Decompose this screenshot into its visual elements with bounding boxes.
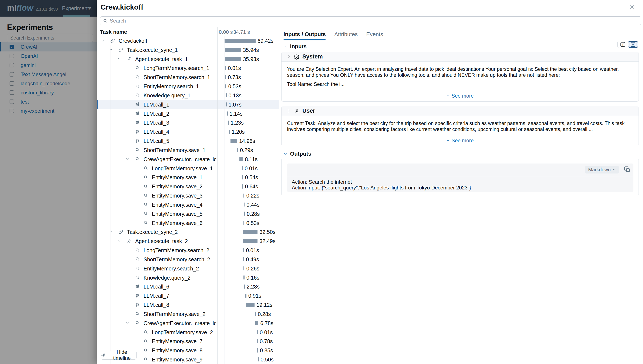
hide-timeline-button[interactable]: Hide timeline: [101, 350, 136, 360]
span-tree-row[interactable]: LLM.call_41.20s: [97, 127, 279, 136]
chevron-down-icon[interactable]: [117, 57, 121, 60]
span-tree-row[interactable]: EntityMemory.save_70.78s: [97, 336, 279, 346]
span-tree-row[interactable]: ShortTermMemory.search_10.73s: [97, 72, 279, 82]
span-name-label: Knowledge.query_2: [144, 275, 190, 281]
duration-label: 1.20s: [232, 129, 245, 135]
span-tree-row[interactable]: LLM.call_514.96s: [97, 136, 279, 146]
search-icon: [135, 84, 140, 88]
span-tree-row[interactable]: Task.execute_sync_232.50s: [97, 227, 279, 236]
chevron-down-icon[interactable]: [101, 39, 104, 42]
span-name-label: ShortTermMemory.save_1: [144, 147, 206, 153]
tab-inputs-outputs[interactable]: Inputs / Outputs: [284, 27, 326, 42]
see-more-link[interactable]: See more: [282, 138, 638, 144]
see-more-label: See more: [452, 93, 474, 99]
agent-icon: [127, 56, 132, 61]
outputs-section-header[interactable]: Outputs: [284, 150, 311, 158]
duration-label: 0.53s: [246, 220, 259, 226]
span-search-box: [100, 16, 641, 25]
span-name-label: Task.execute_sync_1: [127, 47, 178, 53]
span-tree-row[interactable]: EntityMemory.save_60.53s: [97, 218, 279, 228]
span-tree-row[interactable]: EntityMemory.search_20.26s: [97, 264, 279, 273]
span-tree-row[interactable]: LLM.call_70.91s: [97, 291, 279, 300]
span-tree-row[interactable]: Agent.execute_task_232.49s: [97, 236, 279, 246]
search-icon: [144, 193, 148, 198]
span-tree-row[interactable]: EntityMemory.save_40.44s: [97, 200, 279, 209]
search-icon: [144, 175, 148, 180]
chevron-down-icon[interactable]: [126, 321, 129, 325]
search-icon: [144, 339, 148, 344]
span-tree-row[interactable]: ShortTermMemory.search_20.49s: [97, 255, 279, 264]
span-tree-row[interactable]: Knowledge.query_10.13s: [97, 91, 279, 100]
tab-attributes[interactable]: Attributes: [334, 27, 358, 42]
span-tree-row[interactable]: Agent.execute_task_135.93s: [97, 54, 279, 64]
chevron-down-icon[interactable]: [117, 239, 121, 243]
duration-label: 0.44s: [246, 202, 260, 208]
inputs-section-header[interactable]: Inputs: [284, 42, 306, 51]
task-name-column-header: Task name: [100, 29, 127, 35]
duration-label: 0.35s: [260, 348, 273, 354]
duration-label: 2.28s: [247, 284, 260, 290]
span-tree-row[interactable]: ShortTermMemory.save_10.29s: [97, 146, 279, 154]
duration-bar: [244, 202, 245, 207]
span-tree-row[interactable]: EntityMemory.save_20.64s: [97, 182, 279, 191]
duration-label: 19.12s: [256, 302, 272, 308]
search-icon: [144, 211, 148, 216]
duration-label: 0.01s: [260, 329, 273, 336]
span-name-label: EntityMemory.save_4: [152, 202, 203, 208]
span-tree-row[interactable]: LongTermMemory.save_20.01s: [97, 328, 279, 337]
duration-label: 6.78s: [260, 320, 273, 326]
copy-icon[interactable]: [624, 166, 630, 173]
outputs-inner-panel: Markdown Action: Search the internetActi…: [287, 164, 634, 192]
span-search-input[interactable]: [110, 18, 638, 24]
format-select[interactable]: Markdown: [585, 166, 619, 174]
tree-header-row: Task name 0.00 s 34.71 s: [97, 27, 279, 36]
span-tree-row[interactable]: ShortTermMemory.save_20.28s: [97, 309, 279, 318]
span-tree-row[interactable]: Knowledge.query_20.16s: [97, 273, 279, 282]
model-graph-icon: [135, 302, 140, 307]
close-icon[interactable]: [629, 4, 634, 10]
span-name-label: EntityMemory.save_3: [152, 193, 203, 199]
duration-bar: [242, 166, 243, 170]
chevron-down-icon[interactable]: [126, 157, 129, 161]
span-tree-row[interactable]: CrewAgentExecutor._create_long_term_memo…: [97, 318, 279, 328]
span-tree-row[interactable]: EntityMemory.search_10.53s: [97, 82, 279, 91]
span-tree-row[interactable]: LongTermMemory.save_10.01s: [97, 164, 279, 173]
span-tree-row[interactable]: LLM.call_21.14s: [97, 109, 279, 118]
span-tree-row[interactable]: LongTermMemory.search_20.01s: [97, 246, 279, 255]
span-tree-row[interactable]: EntityMemory.save_30.22s: [97, 191, 279, 200]
span-tree-row[interactable]: Crew.kickoff69.42s: [97, 36, 279, 45]
span-name-label: LongTermMemory.save_2: [152, 329, 213, 336]
chevron-down-icon[interactable]: [109, 230, 113, 234]
chevron-down-icon[interactable]: [109, 48, 113, 52]
model-graph-icon: [135, 139, 140, 143]
span-tree-row[interactable]: Task.execute_sync_135.94s: [97, 45, 279, 54]
duration-bar: [226, 102, 227, 106]
trace-drawer: Crew.kickoff Task name 0.00 s 34.71 s Cr…: [97, 0, 643, 364]
span-tree-row[interactable]: LLM.call_819.12s: [97, 300, 279, 309]
span-tree-row[interactable]: LLM.call_31.23s: [97, 118, 279, 127]
span-tree-row[interactable]: LongTermMemory.search_10.01s: [97, 63, 279, 72]
duration-label: 0.13s: [228, 92, 242, 99]
span-tree-row[interactable]: EntityMemory.save_10.54s: [97, 173, 279, 182]
tab-events[interactable]: Events: [366, 27, 383, 42]
model-graph-icon: [135, 294, 140, 298]
message-card-header[interactable]: User: [282, 106, 638, 116]
search-icon: [135, 75, 140, 79]
duration-bar: [226, 84, 226, 88]
span-name-label: EntityMemory.search_2: [144, 266, 199, 272]
message-card-header[interactable]: System: [282, 52, 638, 62]
drawer-header: Crew.kickoff: [97, 0, 643, 14]
span-name-label: EntityMemory.save_8: [152, 348, 203, 354]
span-tree-row[interactable]: CrewAgentExecutor._create_long_term_memo…: [97, 154, 279, 164]
span-tree-row[interactable]: LLM.call_62.28s: [97, 282, 279, 291]
duration-bar: [243, 257, 244, 261]
raw-text-view-toggle[interactable]: T: [618, 41, 628, 48]
message-card-user: UserCurrent Task: Analyze and select the…: [281, 106, 639, 146]
duration-bar: [255, 321, 258, 325]
markdown-view-toggle[interactable]: M: [628, 41, 638, 48]
duration-bar: [227, 112, 228, 116]
duration-bar: [225, 48, 241, 52]
span-tree-row[interactable]: LLM.call_11.07s: [97, 100, 279, 109]
span-tree-row[interactable]: EntityMemory.save_50.28s: [97, 209, 279, 218]
see-more-link[interactable]: See more: [282, 93, 638, 99]
